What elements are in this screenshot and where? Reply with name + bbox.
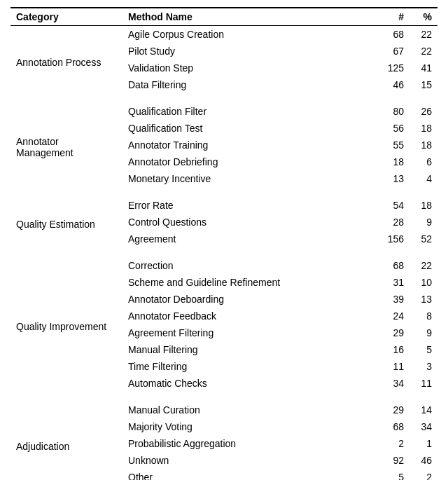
count-cell: 31 xyxy=(382,274,410,291)
pct-cell: 18 xyxy=(410,120,438,137)
method-cell: Probabilistic Aggregation xyxy=(122,435,382,452)
count-cell: 55 xyxy=(382,137,410,153)
method-cell: Majority Voting xyxy=(122,418,382,435)
method-cell: Pilot Study xyxy=(122,43,382,60)
method-cell: Annotator Training xyxy=(122,137,382,153)
table-row: Quality ImprovementCorrection6822 xyxy=(10,252,438,274)
count-cell: 67 xyxy=(382,43,410,60)
table-row: Annotator ManagementQualification Filter… xyxy=(10,97,438,120)
count-cell: 68 xyxy=(382,26,410,43)
table-row: Quality EstimationError Rate5418 xyxy=(10,191,438,214)
pct-cell: 4 xyxy=(410,170,438,191)
pct-cell: 41 xyxy=(410,60,438,76)
count-cell: 34 xyxy=(382,375,410,396)
table-row: Annotation ProcessAgile Corpus Creation6… xyxy=(10,26,438,43)
header-method: Method Name xyxy=(122,8,382,26)
method-cell: Monetary Incentive xyxy=(122,170,382,191)
count-cell: 125 xyxy=(382,60,410,76)
method-cell: Unknown xyxy=(122,452,382,469)
category-cell: Quality Improvement xyxy=(10,252,122,396)
method-cell: Time Filtering xyxy=(122,358,382,375)
pct-cell: 13 xyxy=(410,291,438,308)
pct-cell: 18 xyxy=(410,191,438,214)
pct-cell: 2 xyxy=(410,469,438,480)
count-cell: 18 xyxy=(382,153,410,170)
count-cell: 28 xyxy=(382,214,410,231)
pct-cell: 46 xyxy=(410,452,438,469)
method-cell: Qualification Filter xyxy=(122,97,382,120)
count-cell: 56 xyxy=(382,120,410,137)
pct-cell: 5 xyxy=(410,341,438,358)
method-cell: Annotator Debriefing xyxy=(122,153,382,170)
header-category: Category xyxy=(10,8,122,26)
count-cell: 39 xyxy=(382,291,410,308)
header-pct: % xyxy=(410,8,438,26)
count-cell: 54 xyxy=(382,191,410,214)
pct-cell: 3 xyxy=(410,358,438,375)
method-cell: Agreement Filtering xyxy=(122,324,382,341)
method-cell: Other xyxy=(122,469,382,480)
count-cell: 5 xyxy=(382,469,410,480)
count-cell: 29 xyxy=(382,324,410,341)
pct-cell: 9 xyxy=(410,214,438,231)
method-cell: Correction xyxy=(122,252,382,274)
pct-cell: 11 xyxy=(410,375,438,396)
category-cell: Quality Estimation xyxy=(10,191,122,252)
method-cell: Annotator Feedback xyxy=(122,308,382,324)
pct-cell: 1 xyxy=(410,435,438,452)
pct-cell: 22 xyxy=(410,252,438,274)
count-cell: 68 xyxy=(382,252,410,274)
count-cell: 2 xyxy=(382,435,410,452)
count-cell: 29 xyxy=(382,396,410,418)
method-cell: Scheme and Guideline Refinement xyxy=(122,274,382,291)
category-cell: Adjudication xyxy=(10,396,122,480)
pct-cell: 15 xyxy=(410,76,438,97)
pct-cell: 8 xyxy=(410,308,438,324)
category-cell: Annotation Process xyxy=(10,26,122,98)
pct-cell: 14 xyxy=(410,396,438,418)
pct-cell: 22 xyxy=(410,26,438,43)
table-row: AdjudicationManual Curation2914 xyxy=(10,396,438,418)
method-cell: Annotator Deboarding xyxy=(122,291,382,308)
main-table: Category Method Name # % Annotation Proc… xyxy=(10,7,438,480)
method-cell: Qualification Test xyxy=(122,120,382,137)
count-cell: 13 xyxy=(382,170,410,191)
method-cell: Validation Step xyxy=(122,60,382,76)
method-cell: Agile Corpus Creation xyxy=(122,26,382,43)
pct-cell: 52 xyxy=(410,231,438,252)
method-cell: Control Questions xyxy=(122,214,382,231)
method-cell: Agreement xyxy=(122,231,382,252)
count-cell: 156 xyxy=(382,231,410,252)
pct-cell: 18 xyxy=(410,137,438,153)
pct-cell: 10 xyxy=(410,274,438,291)
pct-cell: 22 xyxy=(410,43,438,60)
method-cell: Automatic Checks xyxy=(122,375,382,396)
category-cell: Annotator Management xyxy=(10,97,122,191)
count-cell: 80 xyxy=(382,97,410,120)
count-cell: 46 xyxy=(382,76,410,97)
method-cell: Error Rate xyxy=(122,191,382,214)
method-cell: Data Filtering xyxy=(122,76,382,97)
count-cell: 68 xyxy=(382,418,410,435)
count-cell: 92 xyxy=(382,452,410,469)
method-cell: Manual Filtering xyxy=(122,341,382,358)
pct-cell: 26 xyxy=(410,97,438,120)
header-count: # xyxy=(382,8,410,26)
count-cell: 11 xyxy=(382,358,410,375)
count-cell: 24 xyxy=(382,308,410,324)
pct-cell: 6 xyxy=(410,153,438,170)
pct-cell: 9 xyxy=(410,324,438,341)
method-cell: Manual Curation xyxy=(122,396,382,418)
pct-cell: 34 xyxy=(410,418,438,435)
count-cell: 16 xyxy=(382,341,410,358)
